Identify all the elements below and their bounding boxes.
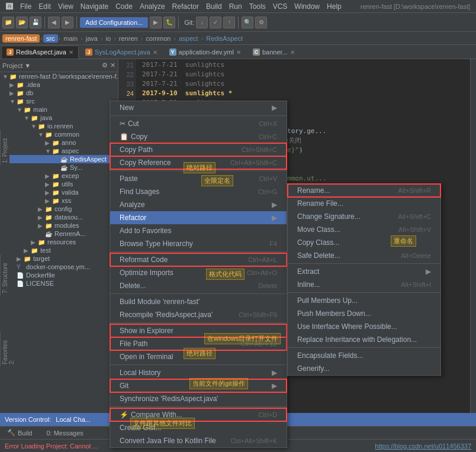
tree-item-config[interactable]: ▶ 📁 config <box>0 205 118 213</box>
tree-item-src[interactable]: ▼ 📁 src <box>0 97 118 105</box>
tab-application-dev[interactable]: Y application-dev.yml ✕ <box>164 46 246 59</box>
ctx-new[interactable]: New ▶ <box>110 101 287 114</box>
ctx-compare-with[interactable]: ⚡ Compare With... Ctrl+D <box>110 408 287 421</box>
toolbar-search-btn[interactable]: 🔍 <box>242 17 253 28</box>
toolbar-run-btn[interactable]: ▶ <box>150 17 162 28</box>
menu-run[interactable]: Run <box>226 1 246 12</box>
tab-close-3[interactable]: ✕ <box>236 49 241 56</box>
toolbar-save-btn[interactable]: 💾 <box>30 17 41 28</box>
tab-close-1[interactable]: ✕ <box>69 49 73 56</box>
toolbar-debug-btn[interactable]: 🐛 <box>163 17 175 28</box>
sub-push-members[interactable]: Push Members Down... <box>288 307 440 320</box>
tree-item-idea[interactable]: ▶ 📁 .idea <box>0 80 118 89</box>
tree-item-valida[interactable]: ▶ 📁 valida <box>0 188 118 196</box>
menu-navigate[interactable]: Navigate <box>77 1 112 12</box>
tree-item-dockerfile[interactable]: 📄 Dockerfile <box>0 271 118 279</box>
menu-window[interactable]: Window <box>291 1 323 12</box>
ctx-local-history[interactable]: Local History ▶ <box>110 366 287 379</box>
menu-build[interactable]: Build <box>202 1 226 12</box>
toolbar-back-btn[interactable]: ◀ <box>48 17 60 28</box>
ctx-paste[interactable]: Paste Ctrl+V <box>110 172 287 185</box>
breadcrumb-java[interactable]: java <box>83 34 100 43</box>
sub-move-class[interactable]: Move Class... Alt+Shift+V <box>288 223 440 236</box>
ctx-copy-path[interactable]: Copy Path Ctrl+Shift+C <box>110 143 287 156</box>
sub-change-sig[interactable]: Change Signature... Alt+Shift+C <box>288 210 440 223</box>
breadcrumb-renren[interactable]: renren <box>117 34 140 43</box>
breadcrumb-aspect[interactable]: aspect <box>176 34 200 43</box>
add-configuration-button[interactable]: Add Configuration... <box>80 17 148 28</box>
tree-item-test[interactable]: ▶ 📁 test <box>0 246 118 254</box>
sub-generify[interactable]: Generify... <box>288 362 440 375</box>
toolbar-git-push[interactable]: ↑ <box>223 17 235 28</box>
side-label-favorites[interactable]: 2: Favorites <box>0 331 16 367</box>
ctx-synchronize[interactable]: Synchronize 'RedisAspect.java' <box>110 392 287 405</box>
ctx-analyze[interactable]: Analyze ▶ <box>110 198 287 211</box>
status-url[interactable]: https://blog.csdn.net/u011456337 <box>375 443 471 450</box>
tree-item-aspec[interactable]: ▼ 📁 aspec <box>0 147 118 155</box>
ctx-convert-kotlin[interactable]: Convert Java File to Kotlin File Ctrl+Al… <box>110 434 287 447</box>
ctx-file-path[interactable]: File Path Ctrl+Alt+F12 <box>110 337 287 350</box>
ctx-reformat[interactable]: Reformat Code Ctrl+Alt+L <box>110 253 287 266</box>
sub-replace-inheritance[interactable]: Replace Inheritance with Delegation... <box>288 333 440 346</box>
vc-local-changes[interactable]: Local Cha... <box>56 416 91 423</box>
ctx-find-usages[interactable]: Find Usages Ctrl+G <box>110 185 287 198</box>
sub-pull-members[interactable]: Pull Members Up... <box>288 294 440 307</box>
tab-redis-aspect[interactable]: J RedisAspect.java ✕ <box>1 46 79 59</box>
side-label-project[interactable]: 1: Project <box>0 130 9 166</box>
menu-code[interactable]: Code <box>112 1 136 12</box>
toolbar-settings-btn[interactable]: ⚙ <box>255 17 267 28</box>
sub-safe-delete[interactable]: Safe Delete... Alt+Delete <box>288 249 440 262</box>
tree-item-sy[interactable]: ☕ Sy... <box>0 163 118 172</box>
breadcrumb-io[interactable]: io <box>104 34 114 43</box>
tree-item-db[interactable]: ▶ 📁 db <box>0 89 118 97</box>
ctx-cut[interactable]: ✂ Cut Ctrl+X <box>110 117 287 130</box>
ctx-delete[interactable]: Delete... Delete <box>110 279 287 292</box>
tree-item-resources[interactable]: ▶ 📁 resources <box>0 238 118 246</box>
sub-copy-class[interactable]: Copy Class... <box>288 236 440 249</box>
sub-inline[interactable]: Inline... Alt+Shift+I <box>288 278 440 291</box>
ctx-open-terminal[interactable]: Open in Terminal <box>110 350 287 363</box>
sub-extract[interactable]: Extract ▶ <box>288 265 440 278</box>
tree-item-datasou[interactable]: ▶ 📁 datasou... <box>0 213 118 221</box>
menu-help[interactable]: Help <box>323 1 345 12</box>
breadcrumb-main[interactable]: main <box>61 34 80 43</box>
tree-item-modules[interactable]: ▶ 📁 modules <box>0 221 118 230</box>
tab-close-4[interactable]: ✕ <box>290 49 295 56</box>
ctx-browse-hierarchy[interactable]: Browse Type Hierarchy F4 <box>110 237 287 250</box>
ctx-recompile[interactable]: Recompile 'RedisAspect.java' Ctrl+Shift+… <box>110 308 287 321</box>
tree-item-xss[interactable]: ▶ 📁 xss <box>0 196 118 205</box>
tree-item-docker-compose[interactable]: Y docker-compose.ym... <box>0 263 118 271</box>
menu-analyze[interactable]: Analyze <box>136 1 169 12</box>
tree-item-redis-aspect[interactable]: ☕ RedisAspect <box>0 155 118 163</box>
ctx-refactor[interactable]: Refactor ▶ <box>110 211 287 224</box>
tree-item-common[interactable]: ▼ 📁 common <box>0 130 118 138</box>
ctx-git[interactable]: Git ▶ <box>110 379 287 392</box>
toolbar-git-update[interactable]: ↓ <box>196 17 208 28</box>
side-label-structure[interactable]: 7: Structure <box>0 254 9 296</box>
toolbar-git-commit[interactable]: ✓ <box>210 17 221 28</box>
tab-syslog-aspect[interactable]: J SysLogAspect.java ✕ <box>80 46 163 59</box>
toolbar-forward-btn[interactable]: ▶ <box>62 17 73 28</box>
tab-close-2[interactable]: ✕ <box>153 49 157 56</box>
tree-item-anno[interactable]: ▶ 📁 anno <box>0 138 118 147</box>
tree-item-main[interactable]: ▼ 📁 main <box>0 105 118 114</box>
ctx-build-module[interactable]: Build Module 'renren-fast' <box>110 295 287 308</box>
ctx-add-favorites[interactable]: Add to Favorites <box>110 224 287 237</box>
tab-banner[interactable]: C banner... ✕ <box>247 46 300 59</box>
sub-use-interface[interactable]: Use Interface Where Possible... <box>288 320 440 333</box>
sub-encapsulate[interactable]: Encapsulate Fields... <box>288 349 440 362</box>
bottom-tab-messages[interactable]: 0: Messages <box>41 428 88 438</box>
toolbar-new-btn[interactable]: 📁 <box>2 17 14 28</box>
breadcrumb-common[interactable]: common <box>143 34 173 43</box>
tree-item-target[interactable]: ▶ 📁 target <box>0 254 118 263</box>
menu-file[interactable]: File <box>17 1 35 12</box>
sidebar-gear-icon[interactable]: ⚙ <box>102 62 108 69</box>
tree-item-utils[interactable]: ▶ 📁 utils <box>0 180 118 188</box>
tree-item-renrena[interactable]: ☕ RenrenA... <box>0 230 118 238</box>
tree-item-java[interactable]: ▼ 📁 java <box>0 114 118 122</box>
tree-item-io-renren[interactable]: ▼ 📁 io.renren <box>0 122 118 130</box>
breadcrumb-redis-aspect[interactable]: RedisAspect <box>204 34 245 43</box>
bottom-tab-build[interactable]: 🔨 Build <box>2 428 37 438</box>
sub-rename-file[interactable]: Rename File... <box>288 197 440 210</box>
tree-item-license[interactable]: 📄 LICENSE <box>0 279 118 288</box>
